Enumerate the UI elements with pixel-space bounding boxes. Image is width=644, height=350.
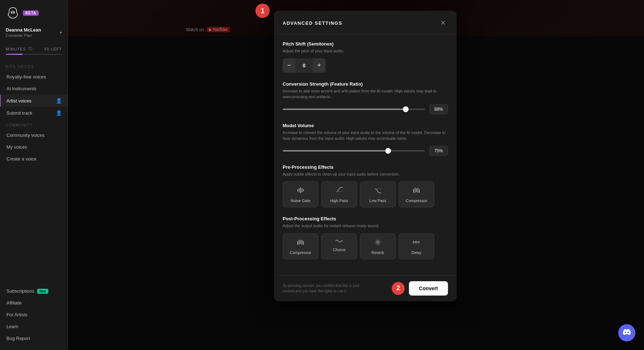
logo-area: BETA: [0, 6, 68, 27]
conversion-strength-value: 88%: [429, 104, 448, 114]
svg-rect-18: [303, 241, 304, 245]
chorus-icon: [335, 238, 343, 245]
model-volume-slider[interactable]: [283, 150, 425, 152]
model-volume-slider-row: 75%: [283, 146, 448, 156]
sidebar-item-bug-report[interactable]: Bug Report: [0, 332, 68, 344]
compressor-pre-button[interactable]: Compressor: [399, 181, 434, 207]
modal-overlay: 1 ADVANCED SETTINGS ✕ Pitch Shift (Semit…: [68, 0, 644, 350]
low-pass-icon: [374, 186, 382, 196]
svg-point-1: [13, 12, 15, 14]
step-1-badge: 1: [255, 4, 270, 18]
kits-voices-section-label: KITS VOICES: [0, 61, 68, 71]
conversion-strength-label: Conversion Strength (Feature Ratio): [283, 81, 448, 87]
main-content: Watch on ▶ YouTube 1 ADVANCED SETTINGS ✕…: [68, 0, 644, 350]
model-volume-section: Model Volume Increase to convert the vol…: [283, 123, 448, 156]
step-2-badge: 2: [392, 282, 405, 295]
compressor-pre-label: Compressor: [406, 198, 427, 203]
conversion-strength-section: Conversion Strength (Feature Ratio) Incr…: [283, 81, 448, 114]
chorus-button[interactable]: Chorus: [321, 233, 357, 259]
minutes-section: MINUTES ⓘ 55 left: [0, 43, 68, 61]
new-badge: New: [37, 289, 48, 294]
sidebar-item-create-voice[interactable]: Create a voice: [0, 153, 68, 165]
model-volume-value: 75%: [429, 146, 448, 156]
svg-rect-6: [303, 189, 304, 191]
settings-body: Pitch Shift (Semitones) Adjust the pitch…: [274, 34, 457, 275]
svg-rect-13: [419, 189, 420, 193]
compressor-pre-icon: [412, 186, 421, 196]
minutes-progress-fill: [6, 54, 23, 55]
compressor-post-button[interactable]: Compressor: [283, 233, 318, 259]
submit-icon: 👤: [56, 110, 62, 116]
close-button[interactable]: ✕: [438, 18, 448, 28]
high-pass-button[interactable]: High Pass: [321, 181, 357, 207]
reverb-icon: [374, 238, 382, 248]
conversion-strength-slider-row: 88%: [283, 104, 448, 114]
sidebar-item-artist-voices[interactable]: Artist voices 👤: [0, 95, 68, 107]
sidebar-item-ai-instruments[interactable]: AI Instruments: [0, 83, 68, 95]
minutes-label: MINUTES: [6, 47, 26, 51]
chevron-down-icon: ▾: [60, 30, 62, 35]
delay-label: Delay: [411, 250, 421, 255]
reverb-label: Reverb: [371, 250, 384, 255]
reverb-button[interactable]: Reverb: [360, 233, 396, 259]
community-section-label: COMMUNITY: [0, 119, 68, 129]
pitch-value: 0: [296, 63, 313, 68]
delay-icon: [412, 238, 421, 248]
high-pass-icon: [335, 186, 343, 196]
compressor-post-icon: [296, 238, 305, 248]
sidebar-item-learn[interactable]: Learn: [0, 321, 68, 332]
pre-processing-effects-grid: Noise Gate High Pass: [283, 181, 448, 207]
pitch-stepper: − 0 +: [283, 58, 326, 73]
svg-rect-11: [416, 188, 417, 192]
model-volume-desc: Increase to convert the volume of your i…: [283, 130, 448, 142]
sidebar-item-community-voices[interactable]: Community voices: [0, 129, 68, 141]
sidebar-item-my-voices[interactable]: My voices: [0, 141, 68, 153]
user-menu[interactable]: Deanna McLean Converter Plan ▾: [0, 27, 68, 43]
pitch-shift-label: Pitch Shift (Semitones): [283, 41, 448, 47]
sidebar-item-royalty-free-voices[interactable]: Royalty-free voices: [0, 71, 68, 83]
svg-rect-14: [297, 241, 298, 245]
footer-right: 2 Convert: [392, 281, 448, 296]
svg-point-20: [376, 240, 380, 244]
svg-rect-17: [302, 240, 302, 245]
convert-button[interactable]: Convert: [409, 281, 448, 296]
modal-wrapper: 1 ADVANCED SETTINGS ✕ Pitch Shift (Semit…: [255, 4, 457, 301]
delay-button[interactable]: Delay: [399, 233, 434, 259]
settings-footer: By pressing convert, you confirm that th…: [274, 275, 457, 301]
svg-rect-3: [299, 188, 299, 192]
conversion-strength-slider[interactable]: [283, 109, 425, 110]
svg-rect-4: [300, 187, 301, 193]
conversion-strength-desc: Increase to add more accent and articula…: [283, 88, 448, 100]
noise-gate-icon: [296, 186, 305, 196]
low-pass-button[interactable]: Low Pass: [360, 181, 396, 207]
kits-logo-icon: [6, 6, 20, 20]
svg-point-19: [377, 241, 379, 243]
pitch-shift-section: Pitch Shift (Semitones) Adjust the pitch…: [283, 41, 448, 73]
sidebar-item-affiliate[interactable]: Affiliate: [0, 297, 68, 309]
info-icon[interactable]: ⓘ: [28, 46, 33, 52]
add-voice-icon: 👤: [56, 98, 62, 104]
post-processing-label: Post-Processing Effects: [283, 216, 448, 221]
pre-processing-section: Pre-Processing Effects Apply subtle effe…: [283, 164, 448, 208]
svg-point-0: [11, 12, 13, 14]
settings-title: ADVANCED SETTINGS: [283, 20, 342, 26]
svg-rect-5: [302, 188, 302, 192]
pitch-decrease-button[interactable]: −: [283, 58, 296, 73]
post-processing-section: Post-Processing Effects Adjust the outpu…: [283, 216, 448, 259]
user-plan: Converter Plan: [6, 33, 41, 38]
discord-fab[interactable]: [618, 324, 635, 341]
svg-rect-2: [297, 189, 298, 191]
pitch-increase-button[interactable]: +: [313, 58, 326, 73]
settings-header: ADVANCED SETTINGS ✕: [274, 11, 457, 34]
compressor-post-label: Compressor: [290, 250, 311, 255]
svg-rect-9: [413, 189, 414, 193]
user-name: Deanna McLean: [6, 27, 41, 33]
model-volume-label: Model Volume: [283, 123, 448, 128]
sidebar-item-subscriptions[interactable]: Subscriptions New: [0, 285, 68, 297]
chorus-label: Chorus: [333, 248, 345, 252]
sidebar-item-for-artists[interactable]: For Artists: [0, 309, 68, 321]
low-pass-label: Low Pass: [369, 198, 386, 203]
noise-gate-button[interactable]: Noise Gate: [283, 181, 318, 207]
sidebar-item-submit-track[interactable]: Submit track 👤: [0, 107, 68, 119]
noise-gate-label: Noise Gate: [291, 198, 310, 203]
